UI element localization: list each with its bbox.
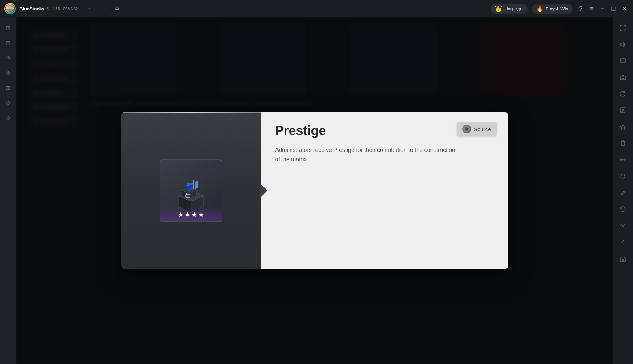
svg-rect-11 <box>195 182 196 189</box>
sidebar-right-airplane[interactable] <box>616 120 630 134</box>
sidebar-right-resize[interactable] <box>616 153 630 167</box>
svg-point-23 <box>622 77 624 79</box>
sidebar-right-volume[interactable] <box>616 37 630 52</box>
awards-label: Награды <box>504 6 523 11</box>
titlebar-right: 👑 Награды 🔥 Play & Win ? ≡ − □ × <box>491 4 629 14</box>
modal-arrow <box>260 183 267 198</box>
crown-icon: 👑 <box>495 5 502 12</box>
help-button[interactable]: ? <box>577 4 585 14</box>
sidebar-right-apk[interactable] <box>616 103 630 118</box>
star-4: ★ <box>198 211 204 219</box>
awards-badge[interactable]: 👑 Награды <box>491 4 528 14</box>
content-area: ★ ★ ★ ★ Prestige Administrators receive … <box>16 17 613 364</box>
star-2: ★ <box>185 211 190 219</box>
modal-left-panel: ★ ★ ★ ★ <box>121 112 261 269</box>
back-button[interactable]: ← <box>85 3 97 14</box>
svg-rect-25 <box>621 141 625 146</box>
sidebar-left-item-3[interactable]: ⊕ <box>1 51 15 64</box>
main-area: ⊞ ⊟ ⊕ ⊗ ⊞ ⊖ ⊙ <box>0 17 633 364</box>
tabs-button[interactable]: ⧉ <box>111 3 123 14</box>
sidebar-right-reload[interactable] <box>616 202 630 216</box>
svg-point-20 <box>466 128 468 130</box>
sidebar-right-fullscreen[interactable] <box>616 21 630 35</box>
source-label: Source <box>474 126 491 132</box>
titlebar-controls: ? ≡ − □ × <box>577 4 629 14</box>
sidebar-right-screen[interactable] <box>616 54 630 68</box>
svg-rect-10 <box>193 180 194 189</box>
svg-point-26 <box>622 225 624 227</box>
sidebar-right-clipboard[interactable] <box>616 136 630 150</box>
modal-right-panel: Prestige Administrators receive Prestige… <box>261 112 508 269</box>
minimize-button[interactable]: − <box>599 4 607 14</box>
star-1: ★ <box>178 211 184 219</box>
playnwin-badge[interactable]: 🔥 Play & Win <box>532 4 573 14</box>
sidebar-left-item-4[interactable]: ⊗ <box>1 66 15 80</box>
sidebar-left-item-1[interactable]: ⊞ <box>1 21 15 34</box>
app-name: BlueStacks <box>19 6 44 11</box>
item-image-container: ★ ★ ★ ★ <box>160 159 222 222</box>
modal-dialog: ★ ★ ★ ★ Prestige Administrators receive … <box>121 112 508 269</box>
sidebar-right-back[interactable] <box>616 235 630 249</box>
maximize-button[interactable]: □ <box>610 4 618 14</box>
sidebar-right-camera[interactable] <box>616 70 630 85</box>
sidebar-right-rotate[interactable] <box>616 87 630 101</box>
svg-rect-21 <box>620 59 625 62</box>
source-icon <box>462 125 471 133</box>
sidebar-right-settings[interactable] <box>616 219 630 233</box>
app-logo <box>4 3 16 14</box>
sidebar-right <box>613 17 633 364</box>
menu-button[interactable]: ≡ <box>588 4 596 14</box>
sidebar-right-home[interactable] <box>616 252 630 266</box>
titlebar: BlueStacks 5.11.56.1003 N32 ← ⌂ ⧉ 👑 Нагр… <box>0 0 633 17</box>
sidebar-left-item-2[interactable]: ⊟ <box>1 36 15 49</box>
home-button[interactable]: ⌂ <box>98 3 110 14</box>
sidebar-left-item-7[interactable]: ⊙ <box>1 111 15 125</box>
svg-rect-27 <box>622 259 624 261</box>
item-stars: ★ ★ ★ ★ <box>178 211 204 219</box>
star-3: ★ <box>191 211 197 219</box>
fire-icon: 🔥 <box>536 5 543 12</box>
titlebar-nav: ← ⌂ ⧉ <box>85 3 123 14</box>
app-version: 5.11.56.1003 N32 <box>47 6 78 11</box>
svg-rect-12 <box>196 181 198 188</box>
close-button[interactable]: × <box>620 4 629 14</box>
source-button[interactable]: Source <box>457 122 497 136</box>
sidebar-left: ⊞ ⊟ ⊕ ⊗ ⊞ ⊖ ⊙ <box>0 17 16 364</box>
sidebar-right-edit[interactable] <box>616 186 630 200</box>
sidebar-right-sync[interactable] <box>616 169 630 183</box>
playnwin-label: Play & Win <box>546 6 568 11</box>
sidebar-left-item-6[interactable]: ⊖ <box>1 96 15 110</box>
modal-description: Administrators receive Prestige for thei… <box>275 145 462 164</box>
sidebar-left-item-5[interactable]: ⊞ <box>1 81 15 95</box>
